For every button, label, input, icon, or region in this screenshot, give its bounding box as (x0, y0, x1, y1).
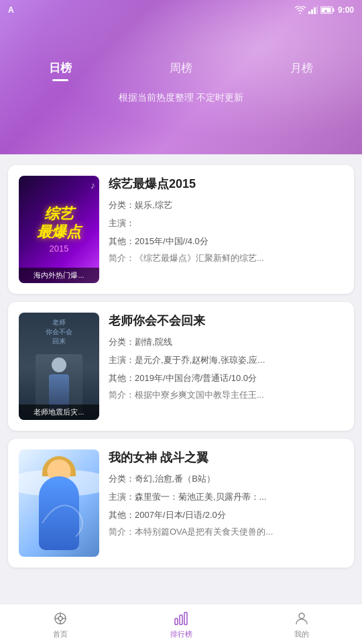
card-other-1: 其他：2015年/中国//4.0分 (109, 235, 343, 249)
card-category-3: 分类：奇幻,治愈,番（B站） (109, 472, 343, 486)
tab-daily[interactable]: 日榜 (0, 60, 121, 81)
thumb-figure-3 (29, 456, 89, 550)
profile-icon (293, 610, 310, 627)
card-other-2: 其他：2019年/中国台湾/普通话/10.0分 (109, 372, 343, 386)
card-info-1: 综艺最爆点2015 分类：娱乐,综艺 主演： 其他：2015年/中国//4.0分… (109, 176, 343, 283)
status-time: 9:00 (338, 5, 354, 15)
list-item[interactable]: 老师你会不会回来 老师地震后灾... 老师你会不会回来 分类：剧情,院线 主演：… (8, 302, 354, 431)
tabs-container: 日榜 周榜 月榜 (0, 60, 362, 81)
svg-rect-0 (308, 11, 310, 14)
card-intro-2: 简介：根据中寮乡爽文国中教导主任王... (109, 389, 343, 401)
svg-rect-15 (180, 615, 182, 625)
thumb-badge-1: 海内外热门爆... (19, 268, 99, 283)
tab-weekly[interactable]: 周榜 (121, 60, 241, 81)
nav-home[interactable]: 首页 (0, 610, 121, 639)
wifi-icon (295, 6, 306, 14)
thumb-title-2-top: 老师你会不会回来 (46, 318, 72, 346)
header: A + 9:00 (0, 0, 362, 154)
music-note-icon: ♪ (90, 180, 95, 191)
svg-point-9 (58, 616, 62, 621)
tab-monthly[interactable]: 月榜 (241, 60, 362, 81)
thumb-title-1: 综艺最爆点 (37, 205, 81, 241)
card-title-2: 老师你会不会回来 (109, 313, 343, 329)
card-intro-1: 简介：《综艺最爆点》汇聚新鲜的综艺... (109, 252, 343, 264)
bottom-nav: 首页 排行榜 我的 (0, 604, 362, 644)
nav-home-label: 首页 (53, 629, 68, 639)
svg-text:+: + (324, 9, 327, 13)
card-intro-3: 简介：本特别篇OVA是把有关食天使兽的... (109, 526, 343, 538)
card-category-2: 分类：剧情,院线 (109, 335, 343, 350)
card-title-3: 我的女神 战斗之翼 (109, 449, 343, 466)
card-info-3: 我的女神 战斗之翼 分类：奇幻,治愈,番（B站） 主演：森里萤一：菊池正美,贝露… (109, 449, 343, 557)
svg-rect-16 (184, 612, 187, 625)
svg-rect-1 (311, 9, 313, 14)
svg-rect-3 (316, 6, 318, 14)
battery-icon: + (320, 6, 335, 14)
card-other-3: 其他：2007年/日本/日语/2.0分 (109, 508, 343, 523)
thumbnail-1: ♪ 综艺最爆点 2015 海内外热门爆... (19, 176, 99, 283)
svg-rect-2 (314, 7, 316, 14)
thumb-year-1: 2015 (37, 244, 81, 254)
card-cast-1: 主演： (109, 217, 343, 231)
status-app-icon: A (8, 5, 14, 15)
content-area: ♪ 综艺最爆点 2015 海内外热门爆... 综艺最爆点2015 分类：娱乐,综… (0, 154, 362, 610)
signal-icon (308, 6, 318, 14)
svg-rect-5 (333, 9, 334, 12)
card-cast-2: 主演：是元介,夏于乔,赵树海,张琼姿,应... (109, 354, 343, 368)
nav-profile-label: 我的 (294, 629, 309, 639)
nav-profile[interactable]: 我的 (241, 610, 362, 639)
card-cast-3: 主演：森里萤一：菊池正美,贝露丹蒂：... (109, 490, 343, 504)
home-icon (52, 610, 69, 627)
list-item[interactable]: 我的女神 战斗之翼 分类：奇幻,治愈,番（B站） 主演：森里萤一：菊池正美,贝露… (8, 439, 354, 568)
card-title-1: 综艺最爆点2015 (109, 176, 343, 192)
ranking-icon (172, 610, 190, 627)
thumbnail-2: 老师你会不会回来 老师地震后灾... (19, 313, 99, 420)
card-info-2: 老师你会不会回来 分类：剧情,院线 主演：是元介,夏于乔,赵树海,张琼姿,应..… (109, 313, 343, 420)
thumb-badge-2: 老师地震后灾... (19, 405, 99, 420)
svg-point-17 (299, 613, 304, 619)
status-right: + 9:00 (295, 5, 354, 15)
card-category-1: 分类：娱乐,综艺 (109, 199, 343, 213)
nav-ranking[interactable]: 排行榜 (121, 610, 241, 639)
list-item[interactable]: ♪ 综艺最爆点 2015 海内外热门爆... 综艺最爆点2015 分类：娱乐,综… (8, 165, 354, 294)
status-bar: A + 9:00 (0, 0, 362, 20)
nav-ranking-label: 排行榜 (170, 629, 192, 639)
subtitle-text: 根据当前热度整理 不定时更新 (119, 92, 243, 104)
svg-rect-14 (175, 619, 178, 625)
thumbnail-3 (19, 449, 99, 557)
